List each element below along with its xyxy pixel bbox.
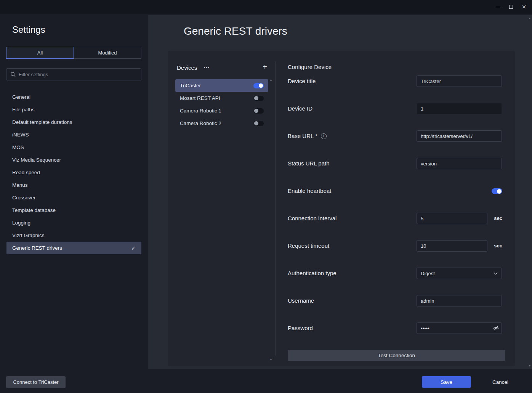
window-controls: ✕ (492, 0, 530, 14)
device-id-input (417, 103, 502, 114)
configure-device-header: Configure Device (288, 64, 332, 70)
sidebar-item-viz-media-sequencer[interactable]: Viz Media Sequencer (0, 154, 148, 166)
base-url-input[interactable] (417, 130, 502, 142)
status-url-path-field: Status URL path (288, 158, 502, 169)
device-enable-toggle[interactable] (253, 108, 264, 114)
device-name: Mosart REST API (180, 95, 220, 101)
device-name: Camera Robotic 2 (180, 120, 221, 126)
status-url-path-input[interactable] (417, 158, 502, 169)
minimize-button[interactable] (492, 0, 505, 14)
main-scrollbar[interactable]: ▲ ▼ (528, 16, 532, 368)
scroll-up-icon[interactable]: ▲ (269, 78, 273, 82)
request-timeout-input[interactable] (417, 240, 487, 252)
sidebar-item-crossover[interactable]: Crossover (0, 191, 148, 204)
eye-off-icon (493, 325, 499, 331)
connection-interval-input[interactable] (417, 213, 487, 224)
panel-divider (276, 61, 276, 356)
devices-header: Devices ••• (177, 63, 210, 72)
device-title-label: Device title (288, 75, 316, 87)
filter-tabs: All Modified (6, 47, 141, 59)
authentication-type-field: Authentication type Digest (288, 268, 502, 279)
device-row-tricaster[interactable]: TriCaster (175, 79, 268, 92)
devices-title: Devices (177, 64, 197, 71)
device-enable-toggle[interactable] (253, 83, 264, 88)
device-row-camera-robotic-2[interactable]: Camera Robotic 2 (175, 117, 268, 130)
footer-bar: Save Cancel (148, 369, 532, 393)
tab-all[interactable]: All (6, 47, 74, 59)
base-url-label: Base URL * (288, 130, 317, 142)
maximize-icon (509, 5, 513, 9)
sidebar-item-template-database[interactable]: Template database (0, 204, 148, 217)
password-label: Password (288, 322, 313, 334)
device-title-field: Device title (288, 75, 502, 87)
test-connection-button[interactable]: Test Connection (288, 350, 505, 361)
username-field: Username (288, 295, 502, 306)
scroll-down-icon[interactable]: ▼ (269, 358, 273, 362)
add-device-button[interactable]: + (261, 61, 269, 72)
base-url-field: Base URL * i (288, 130, 502, 142)
filter-settings-input[interactable] (19, 72, 137, 77)
authentication-type-label: Authentication type (288, 268, 337, 279)
page-title: Generic REST drivers (184, 25, 287, 37)
device-enable-toggle[interactable] (253, 96, 264, 101)
sidebar-item-inews[interactable]: iNEWS (0, 128, 148, 141)
device-name: TriCaster (180, 83, 201, 88)
device-row-mosart-rest-api[interactable]: Mosart REST API (175, 92, 268, 104)
main-content: Generic REST drivers Devices ••• + TriCa… (148, 15, 532, 369)
sidebar-item-vizrt-graphics[interactable]: Vizrt Graphics (0, 229, 148, 242)
device-id-label: Device ID (288, 103, 312, 114)
connect-to-tricaster-button[interactable]: Connect to TriCaster (6, 376, 66, 388)
settings-nav: General File paths Default template dura… (0, 91, 148, 254)
password-field: Password (288, 322, 502, 334)
settings-window: ✕ Settings All Modified General File pat… (0, 0, 532, 393)
devices-menu-icon[interactable]: ••• (204, 66, 210, 69)
toggle-knob (497, 189, 502, 194)
maximize-button[interactable] (505, 0, 518, 14)
device-row-camera-robotic-1[interactable]: Camera Robotic 1 (175, 104, 268, 117)
search-icon (10, 72, 16, 77)
sidebar-item-general[interactable]: General (0, 91, 148, 103)
toggle-password-visibility-button[interactable] (493, 325, 500, 331)
username-input[interactable] (417, 295, 502, 306)
sidebar-item-logging[interactable]: Logging (0, 217, 148, 229)
enable-heartbeat-toggle[interactable] (492, 188, 502, 194)
connection-interval-label: Connection interval (288, 213, 337, 224)
sidebar-item-generic-rest-drivers[interactable]: Generic REST drivers ✓ (6, 242, 141, 254)
authentication-type-value: Digest (421, 271, 435, 276)
device-list-scrollbar[interactable]: ▲ ▼ (269, 78, 273, 362)
enable-heartbeat-label: Enable heartbeat (288, 185, 331, 197)
toggle-knob (254, 109, 258, 113)
password-input[interactable] (417, 322, 502, 334)
toggle-knob (259, 83, 263, 88)
device-enable-toggle[interactable] (253, 121, 264, 126)
close-button[interactable]: ✕ (518, 0, 530, 14)
status-url-path-label: Status URL path (288, 158, 330, 169)
sidebar-item-mos[interactable]: MOS (0, 141, 148, 154)
connection-interval-field: Connection interval sec (288, 213, 502, 224)
tab-modified[interactable]: Modified (74, 47, 141, 59)
sidebar-item-default-template-durations[interactable]: Default template durations (0, 116, 148, 128)
cancel-button[interactable]: Cancel (483, 376, 518, 388)
device-name: Camera Robotic 1 (180, 108, 221, 114)
sidebar-item-manus[interactable]: Manus (0, 179, 148, 191)
device-list: TriCaster Mosart REST API Camera Robotic… (175, 79, 268, 130)
device-id-field: Device ID (288, 103, 502, 114)
check-icon: ✓ (131, 245, 136, 251)
scroll-up-icon[interactable]: ▲ (528, 16, 532, 20)
request-timeout-label: Request timeout (288, 240, 329, 252)
minimize-icon (496, 7, 500, 7)
sidebar-item-read-speed[interactable]: Read speed (0, 166, 148, 179)
request-timeout-unit: sec (494, 240, 502, 252)
filter-settings-box (6, 68, 141, 80)
authentication-type-select[interactable]: Digest (417, 268, 502, 279)
device-title-input[interactable] (417, 75, 502, 87)
info-icon[interactable]: i (321, 133, 327, 139)
sidebar-item-file-paths[interactable]: File paths (0, 103, 148, 116)
chevron-down-icon (494, 272, 498, 275)
sidebar-title: Settings (12, 24, 45, 35)
save-button[interactable]: Save (422, 376, 471, 388)
titlebar: ✕ (0, 0, 532, 14)
request-timeout-field: Request timeout sec (288, 240, 502, 252)
scroll-down-icon[interactable]: ▼ (528, 364, 532, 368)
close-icon: ✕ (522, 4, 526, 10)
